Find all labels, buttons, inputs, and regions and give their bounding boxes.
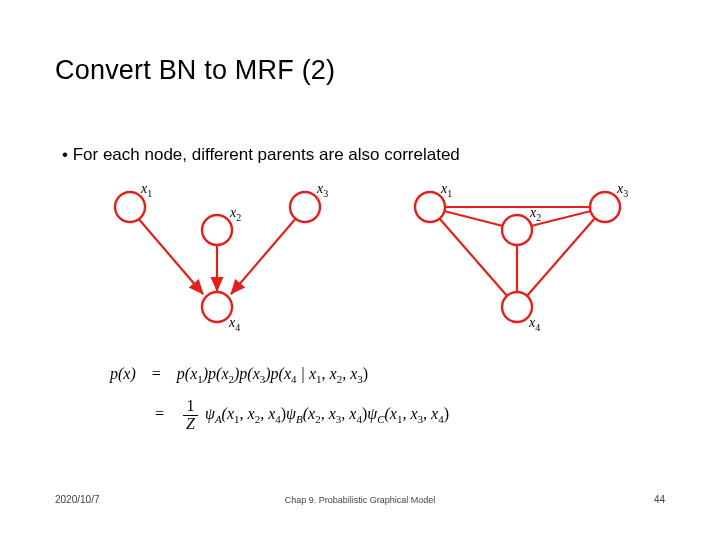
svg-line-0 (137, 217, 203, 294)
svg-point-6 (202, 292, 232, 322)
slide-title: Convert BN to MRF (2) (55, 55, 335, 86)
svg-line-7 (439, 218, 508, 297)
svg-line-2 (231, 217, 297, 294)
equation-line1: p(x) = p(x1)p(x2)p(x3)p(x4 | x1, x2, x3) (110, 365, 368, 385)
svg-line-10 (444, 211, 503, 226)
svg-point-5 (290, 192, 320, 222)
footer-chapter: Chap 9. Probabilistic Graphical Model (0, 495, 720, 505)
bullet-text: • For each node, different parents are a… (62, 145, 460, 165)
svg-point-4 (202, 215, 232, 245)
diagram-mrf: x1 x2 x3 x4 (395, 175, 645, 345)
svg-point-14 (502, 215, 532, 245)
slide: Convert BN to MRF (2) • For each node, d… (0, 0, 720, 540)
diagram-bn: x1 x2 x3 x4 (95, 175, 345, 345)
footer-page: 44 (654, 494, 665, 505)
equation-line2: = 1Z ψA(x1, x2, x4)ψB(x2, x3, x4)ψC(x1, … (155, 398, 449, 433)
svg-point-16 (502, 292, 532, 322)
svg-point-15 (590, 192, 620, 222)
svg-line-9 (526, 218, 595, 297)
